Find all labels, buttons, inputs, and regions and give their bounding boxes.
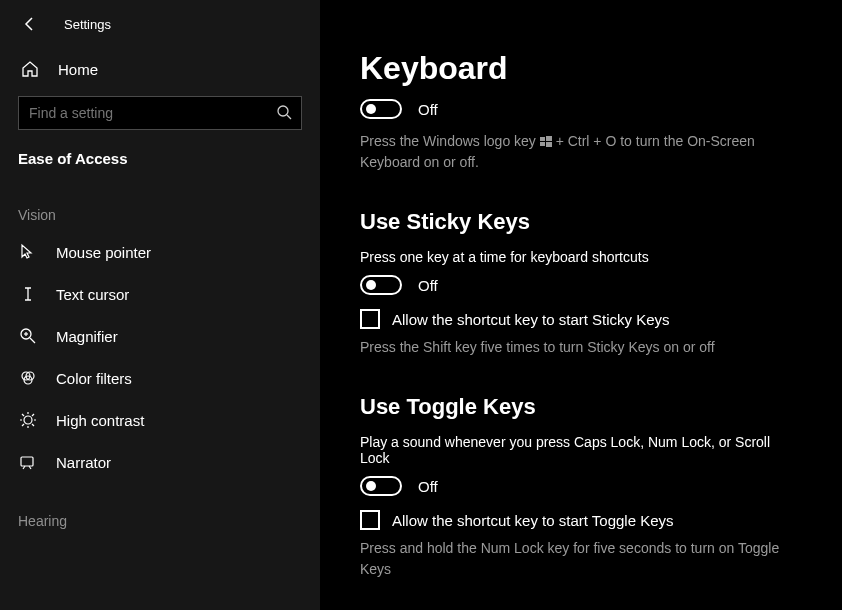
back-button[interactable] — [20, 14, 40, 34]
high-contrast-icon — [18, 411, 38, 429]
toggle-keys-hint: Press and hold the Num Lock key for five… — [360, 538, 780, 580]
text-cursor-icon — [18, 285, 38, 303]
toggle-keys-toggle[interactable] — [360, 476, 402, 496]
narrator-icon — [18, 453, 38, 471]
svg-line-14 — [22, 414, 24, 416]
sidebar-home[interactable]: Home — [0, 48, 320, 90]
toggle-keys-shortcut-checkbox[interactable] — [360, 510, 380, 530]
sticky-keys-shortcut-checkbox[interactable] — [360, 309, 380, 329]
search-box — [18, 96, 302, 130]
svg-rect-21 — [540, 142, 545, 146]
svg-point-9 — [24, 416, 32, 424]
toggle-keys-heading: Use Toggle Keys — [360, 394, 802, 420]
content-pane: Keyboard Off Press the Windows logo key … — [320, 0, 842, 610]
sidebar-item-mouse-pointer[interactable]: Mouse pointer — [0, 231, 320, 273]
color-filters-icon — [18, 369, 38, 387]
sidebar-item-label: Text cursor — [56, 286, 129, 303]
sidebar: Settings Home Ease of Access Vision Mous… — [0, 0, 320, 610]
search-icon — [276, 104, 292, 120]
sidebar-item-label: High contrast — [56, 412, 144, 429]
titlebar: Settings — [0, 0, 320, 48]
sidebar-item-narrator[interactable]: Narrator — [0, 441, 320, 483]
toggle-keys-shortcut-label: Allow the shortcut key to start Toggle K… — [392, 512, 674, 529]
sticky-keys-shortcut-label: Allow the shortcut key to start Sticky K… — [392, 311, 670, 328]
svg-point-0 — [278, 106, 288, 116]
sidebar-item-label: Mouse pointer — [56, 244, 151, 261]
onscreen-keyboard-hint: Press the Windows logo key + Ctrl + O to… — [360, 131, 780, 173]
sticky-keys-toggle-state: Off — [418, 277, 438, 294]
toggle-keys-toggle-state: Off — [418, 478, 438, 495]
sticky-keys-heading: Use Sticky Keys — [360, 209, 802, 235]
breadcrumb: Ease of Access — [0, 130, 320, 177]
page-title: Keyboard — [360, 50, 802, 87]
windows-key-icon — [540, 136, 552, 148]
svg-line-1 — [287, 115, 291, 119]
magnifier-icon — [18, 327, 38, 345]
mouse-pointer-icon — [18, 243, 38, 261]
sidebar-item-color-filters[interactable]: Color filters — [0, 357, 320, 399]
sidebar-item-text-cursor[interactable]: Text cursor — [0, 273, 320, 315]
sidebar-item-magnifier[interactable]: Magnifier — [0, 315, 320, 357]
sidebar-home-label: Home — [58, 61, 98, 78]
window-title: Settings — [64, 17, 111, 32]
onscreen-keyboard-toggle-state: Off — [418, 101, 438, 118]
svg-rect-18 — [21, 457, 33, 466]
svg-line-17 — [32, 414, 34, 416]
onscreen-keyboard-toggle[interactable] — [360, 99, 402, 119]
svg-rect-19 — [540, 137, 545, 141]
sticky-keys-hint: Press the Shift key five times to turn S… — [360, 337, 780, 358]
sidebar-item-label: Color filters — [56, 370, 132, 387]
search-input[interactable] — [18, 96, 302, 130]
svg-line-3 — [30, 338, 35, 343]
sidebar-item-label: Narrator — [56, 454, 111, 471]
sticky-keys-desc: Press one key at a time for keyboard sho… — [360, 249, 802, 265]
sidebar-item-high-contrast[interactable]: High contrast — [0, 399, 320, 441]
svg-line-15 — [32, 424, 34, 426]
sticky-keys-toggle[interactable] — [360, 275, 402, 295]
toggle-keys-desc: Play a sound whenever you press Caps Loc… — [360, 434, 802, 466]
section-label-hearing: Hearing — [0, 483, 320, 537]
svg-line-16 — [22, 424, 24, 426]
section-label-vision: Vision — [0, 177, 320, 231]
home-icon — [20, 60, 40, 78]
sidebar-item-label: Magnifier — [56, 328, 118, 345]
